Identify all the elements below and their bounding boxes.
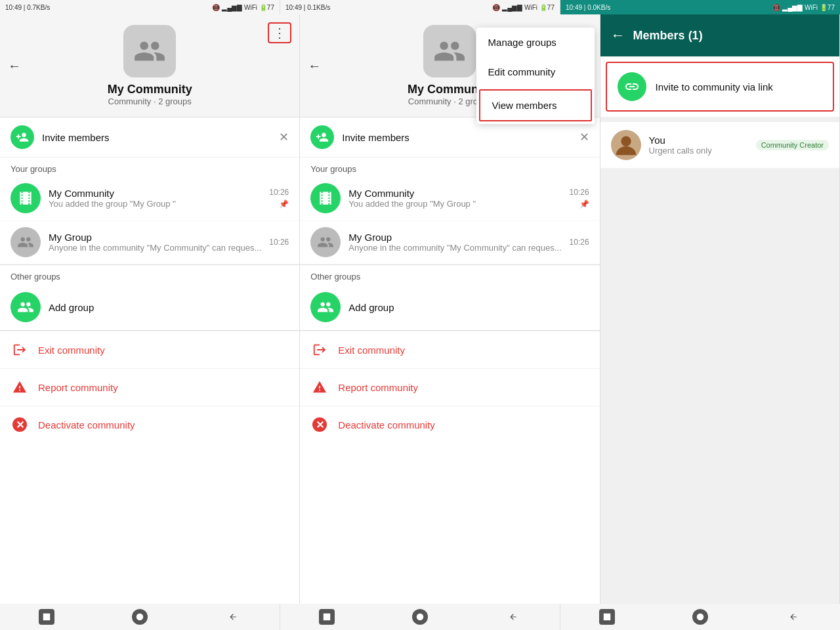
community-name-1: My Community (108, 83, 192, 96)
report-text-2: Report community (338, 382, 418, 393)
item-time-1: 10:26 (269, 188, 289, 197)
svg-point-5 (417, 614, 424, 621)
other-groups-label-1: Other groups (0, 265, 299, 284)
svg-rect-4 (324, 614, 331, 621)
nav-square-3[interactable] (599, 609, 615, 625)
item-time-group-2: 10:26 (570, 238, 589, 247)
nav-circle-3[interactable] (692, 609, 708, 625)
nav-segment-1 (0, 604, 280, 630)
item-time-c2: 10:26 (570, 188, 589, 197)
dropdown-item-view-members[interactable]: View members (479, 89, 592, 121)
deactivate-text-2: Deactivate community (338, 419, 435, 430)
deactivate-community-2[interactable]: ✕ Deactivate community (300, 406, 599, 443)
item-avatar-group-1 (10, 227, 41, 257)
members-title: Members (1) (633, 29, 703, 43)
member-avatar-you (611, 130, 641, 160)
link-icon (618, 72, 646, 101)
item-avatar-community-1 (10, 183, 41, 213)
invite-icon-1 (10, 125, 34, 149)
add-group-row-2[interactable]: Add group (300, 284, 599, 330)
invite-members-row-1[interactable]: Invite members ✕ (0, 117, 299, 158)
pin-icon-2: 📌 (579, 200, 589, 209)
item-content-community-1: My Community You added the group "My Gro… (49, 188, 261, 209)
svg-rect-6 (604, 614, 611, 621)
item-content-group-1: My Group Anyone in the community "My Com… (49, 232, 261, 253)
other-groups-label-2: Other groups (300, 265, 599, 284)
add-group-text-1: Add group (49, 302, 94, 313)
list-item-my-community-2[interactable]: My Community You added the group "My Gro… (300, 177, 599, 220)
item-content-community-2: My Community You added the group "My Gro… (348, 188, 561, 209)
member-row-you[interactable]: You Urgent calls only Community Creator (600, 122, 839, 168)
community-avatar-2 (423, 25, 476, 77)
panel-1: ← ⋮ My Community Community · 2 groups In… (0, 14, 300, 604)
add-group-icon-2 (310, 292, 341, 322)
nav-square-2[interactable] (319, 609, 335, 625)
nav-back-2[interactable] (505, 609, 521, 625)
menu-button-1[interactable]: ⋮ (268, 22, 291, 43)
item-content-group-2: My Group Anyone in the community "My Com… (348, 232, 561, 253)
nav-circle-1[interactable] (132, 609, 148, 625)
nav-segment-2 (280, 604, 560, 630)
exit-icon-2 (310, 341, 329, 359)
list-item-my-community-1[interactable]: My Community You added the group "My Gro… (0, 177, 299, 220)
invite-link-row[interactable]: Invite to community via link (606, 62, 834, 112)
nav-back-3[interactable] (786, 609, 801, 625)
add-group-row-1[interactable]: Add group (0, 284, 299, 330)
report-icon-2 (310, 378, 329, 396)
list-item-my-group-2[interactable]: My Group Anyone in the community "My Com… (300, 220, 599, 264)
report-text-1: Report community (38, 382, 118, 393)
invite-link-text: Invite to community via link (656, 81, 773, 93)
back-button-3[interactable]: ← (611, 27, 625, 44)
deactivate-text-1: Deactivate community (38, 419, 135, 430)
pin-icon-1: 📌 (279, 200, 289, 209)
community-avatar-1 (123, 25, 176, 77)
list-item-my-group-1[interactable]: My Group Anyone in the community "My Com… (0, 220, 299, 264)
exit-community-2[interactable]: Exit community (300, 331, 599, 368)
svg-point-3 (136, 614, 144, 621)
back-button-2[interactable]: ← (308, 58, 321, 74)
nav-circle-2[interactable] (412, 609, 428, 625)
exit-text-2: Exit community (338, 345, 405, 356)
exit-text-1: Exit community (38, 345, 105, 356)
nav-segment-3 (560, 604, 840, 630)
members-header: ← Members (1) (600, 14, 839, 56)
item-avatar-community-2 (310, 183, 341, 213)
community-sub-1: Community · 2 groups (108, 96, 192, 106)
invite-icon-2 (310, 125, 334, 149)
item-avatar-group-2 (310, 227, 341, 257)
your-groups-label-1: Your groups (0, 158, 299, 177)
dropdown-item-manage-groups[interactable]: Manage groups (476, 28, 595, 57)
member-badge-creator: Community Creator (756, 140, 829, 150)
svg-point-1 (621, 136, 631, 146)
report-icon-1 (10, 378, 29, 396)
status-icons-2: 📵 ▂▄▆▇ WiFi 🔋77 (492, 4, 555, 11)
status-time-1: 10:49 | 0.7KB/s (5, 4, 50, 11)
status-icons-1: 📵 ▂▄▆▇ WiFi 🔋77 (212, 4, 274, 11)
nav-square-1[interactable] (39, 609, 54, 625)
report-community-1[interactable]: Report community (0, 368, 299, 406)
invite-text-1: Invite members (42, 132, 271, 143)
item-time-group-1: 10:26 (269, 238, 289, 247)
svg-point-7 (697, 614, 704, 621)
exit-community-1[interactable]: Exit community (0, 331, 299, 368)
dropdown-item-edit-community[interactable]: Edit community (476, 57, 595, 87)
member-content-you: You Urgent calls only (649, 135, 748, 156)
your-groups-label-2: Your groups (300, 158, 599, 177)
deactivate-icon-1: ✕ (10, 415, 29, 434)
panel-2: ← My Community Community · 2 groups Mana… (300, 14, 600, 604)
dropdown-menu-2: Manage groups Edit community View member… (476, 28, 595, 124)
status-icons-3: 📵 ▂▄▆▇ WiFi 🔋77 (772, 4, 835, 11)
nav-back-1[interactable] (225, 609, 241, 625)
close-invite-2[interactable]: ✕ (579, 130, 589, 144)
svg-rect-2 (43, 614, 51, 621)
exit-icon-1 (10, 341, 29, 359)
status-time-2: 10:49 | 0.1KB/s (285, 4, 330, 11)
report-community-2[interactable]: Report community (300, 368, 599, 406)
navigation-bar (0, 604, 840, 630)
add-group-text-2: Add group (348, 302, 394, 313)
close-invite-1[interactable]: ✕ (279, 130, 289, 144)
back-button-1[interactable]: ← (8, 58, 21, 74)
status-time-3: 10:49 | 0.0KB/s (566, 4, 610, 11)
invite-text-2: Invite members (342, 132, 571, 143)
deactivate-community-1[interactable]: ✕ Deactivate community (0, 406, 299, 443)
